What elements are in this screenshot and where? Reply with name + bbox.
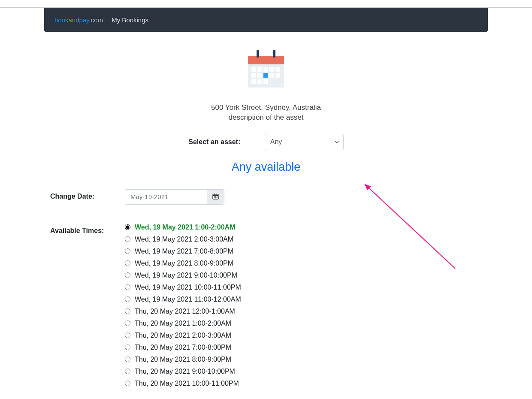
calendar-icon — [245, 48, 287, 92]
time-radio[interactable] — [125, 248, 130, 254]
svg-rect-11 — [269, 73, 274, 78]
svg-rect-23 — [217, 196, 218, 197]
time-label[interactable]: Wed, 19 May 2021 11:00-12:00AM — [135, 296, 241, 303]
time-radio[interactable] — [125, 332, 130, 338]
svg-rect-22 — [215, 196, 216, 197]
date-picker-button[interactable] — [207, 190, 224, 204]
time-option[interactable]: Thu, 20 May 2021 12:00-1:00AM — [125, 308, 488, 315]
navbar: bookandpay.com My Bookings — [44, 8, 488, 32]
svg-rect-21 — [214, 196, 215, 197]
time-label[interactable]: Thu, 20 May 2021 8:00-9:00PM — [135, 356, 231, 363]
time-radio[interactable] — [125, 381, 130, 386]
time-option[interactable]: Thu, 20 May 2021 9:00-10:00PM — [125, 368, 488, 375]
time-option[interactable]: Thu, 20 May 2021 2:00-3:00AM — [125, 332, 488, 339]
time-radio[interactable] — [125, 284, 130, 290]
date-input-group — [125, 189, 224, 205]
time-label[interactable]: Wed, 19 May 2021 8:00-9:00PM — [135, 260, 233, 267]
change-date-label: Change Date: — [50, 193, 94, 200]
brand-logo[interactable]: bookandpay.com — [54, 16, 103, 24]
svg-rect-12 — [275, 73, 280, 78]
svg-rect-15 — [263, 79, 268, 84]
time-radio[interactable] — [125, 224, 130, 230]
asset-select[interactable]: Any — [265, 134, 344, 150]
time-option[interactable]: Thu, 20 May 2021 8:00-9:00PM — [125, 356, 488, 363]
calendar-small-icon — [212, 193, 219, 201]
time-radio[interactable] — [125, 345, 130, 350]
svg-rect-5 — [257, 67, 262, 72]
time-label[interactable]: Thu, 20 May 2021 7:00-8:00PM — [135, 344, 231, 351]
time-radio[interactable] — [125, 369, 130, 374]
time-option[interactable]: Wed, 19 May 2021 8:00-9:00PM — [125, 260, 488, 267]
time-option[interactable]: Wed, 19 May 2021 11:00-12:00AM — [125, 296, 488, 303]
svg-rect-24 — [214, 197, 215, 198]
brand-part3: pay — [79, 16, 89, 24]
time-radio[interactable] — [125, 272, 130, 278]
time-radio[interactable] — [125, 308, 130, 314]
time-option[interactable]: Thu, 20 May 2021 1:00-2:00AM — [125, 320, 488, 327]
time-label[interactable]: Wed, 19 May 2021 7:00-8:00PM — [135, 248, 233, 255]
page-subtitle: Any available — [44, 160, 488, 174]
time-option[interactable]: Wed, 19 May 2021 10:00-11:00PM — [125, 284, 488, 291]
time-radio[interactable] — [125, 357, 130, 362]
time-label[interactable]: Wed, 19 May 2021 2:00-3:00AM — [135, 236, 233, 243]
time-radio[interactable] — [125, 260, 130, 266]
time-option[interactable]: Thu, 20 May 2021 10:00-11:00PM — [125, 380, 488, 387]
svg-rect-7 — [269, 67, 274, 72]
brand-part4: .com — [89, 16, 103, 24]
time-label[interactable]: Thu, 20 May 2021 9:00-10:00PM — [135, 368, 235, 375]
svg-rect-1 — [248, 56, 284, 64]
svg-rect-16 — [263, 73, 268, 78]
available-times-label: Available Times: — [50, 227, 104, 234]
time-label[interactable]: Thu, 20 May 2021 2:00-3:00AM — [135, 332, 231, 339]
time-label[interactable]: Wed, 19 May 2021 9:00-10:00PM — [135, 272, 237, 279]
time-option[interactable]: Wed, 19 May 2021 9:00-10:00PM — [125, 272, 488, 279]
time-option[interactable]: Wed, 19 May 2021 2:00-3:00AM — [125, 236, 488, 243]
time-option[interactable]: Wed, 19 May 2021 7:00-8:00PM — [125, 248, 488, 255]
svg-rect-13 — [251, 79, 256, 84]
svg-rect-4 — [251, 67, 256, 72]
nav-my-bookings[interactable]: My Bookings — [112, 16, 148, 24]
brand-part2: and — [69, 16, 79, 24]
brand-part1: book — [54, 16, 69, 24]
time-radio[interactable] — [125, 236, 130, 242]
time-label[interactable]: Thu, 20 May 2021 1:00-2:00AM — [135, 320, 231, 327]
asset-description: description of the asset — [44, 113, 488, 122]
time-list: Wed, 19 May 2021 1:00-2:00AMWed, 19 May … — [125, 224, 488, 387]
svg-rect-8 — [275, 67, 280, 72]
time-radio[interactable] — [125, 296, 130, 302]
location-address: 500 York Street, Sydney, Australia — [44, 102, 488, 113]
svg-rect-14 — [257, 79, 262, 84]
svg-rect-3 — [273, 50, 275, 57]
svg-rect-2 — [257, 50, 259, 57]
svg-rect-26 — [217, 197, 218, 198]
time-label[interactable]: Thu, 20 May 2021 10:00-11:00PM — [135, 380, 239, 387]
svg-rect-25 — [215, 197, 216, 198]
svg-rect-9 — [251, 73, 256, 78]
calendar-illustration — [44, 48, 488, 92]
time-label[interactable]: Wed, 19 May 2021 1:00-2:00AM — [135, 224, 235, 231]
svg-rect-10 — [257, 73, 262, 78]
svg-rect-6 — [263, 67, 268, 72]
time-option[interactable]: Wed, 19 May 2021 1:00-2:00AM — [125, 224, 488, 231]
time-label[interactable]: Wed, 19 May 2021 10:00-11:00PM — [135, 284, 241, 291]
time-label[interactable]: Thu, 20 May 2021 12:00-1:00AM — [135, 308, 235, 315]
select-asset-label: Select an asset: — [188, 138, 240, 146]
time-option[interactable]: Thu, 20 May 2021 7:00-8:00PM — [125, 344, 488, 351]
time-radio[interactable] — [125, 320, 130, 326]
date-input[interactable] — [125, 190, 207, 204]
